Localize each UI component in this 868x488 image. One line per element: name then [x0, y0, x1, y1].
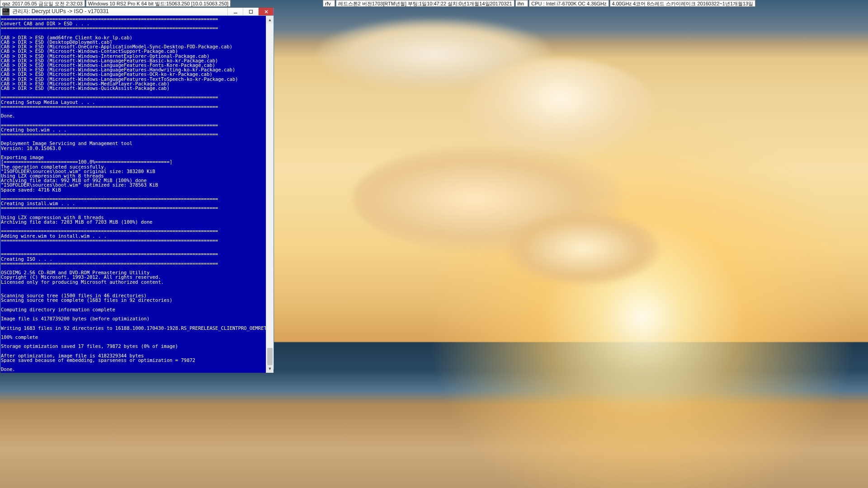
minimize-button[interactable] — [227, 8, 243, 15]
info-chip-tag-rfv: rfv — [323, 0, 335, 7]
cmd-icon — [2, 8, 9, 15]
info-chip-datetime: qaz2017.05.05 금요일 오전 2:32:03 — [0, 0, 85, 7]
close-button[interactable] — [258, 8, 274, 15]
vertical-scrollbar[interactable]: ▲ ▼ — [266, 16, 274, 373]
info-chip-tag-ihn: ihn — [515, 0, 528, 7]
console-window: 관리자: Decrypt UUPs -> ISO - v170331 =====… — [0, 8, 274, 369]
svg-rect-1 — [249, 10, 252, 13]
cloud-decor — [466, 59, 656, 158]
minimize-icon — [233, 9, 238, 14]
info-chip-boot: 레드스톤2 버전1703[RTM년월] 부팅:1일10:47:22 설치:0년1… — [336, 0, 514, 7]
info-chip-os: Windows 10 RS2 Pro K 64 bit 빌드:15063.250… — [86, 0, 231, 7]
chip-text: 레드스톤2 버전1703[RTM년월] 부팅:1일10:47:22 설치:0년1… — [338, 0, 512, 7]
info-chip-cpu: CPU : Intel i7-6700K OC 4.36GHz — [529, 0, 609, 7]
scroll-down-button[interactable]: ▼ — [266, 365, 274, 373]
chip-text: Windows 10 RS2 Pro K 64 bit 빌드:15063.250… — [88, 0, 229, 7]
client-area: ========================================… — [0, 16, 274, 373]
scroll-track[interactable] — [266, 23, 274, 365]
scroll-up-button[interactable]: ▲ — [266, 16, 274, 23]
console-output: ========================================… — [0, 16, 266, 373]
system-info-bar: qaz2017.05.05 금요일 오전 2:32:03 Windows 10 … — [0, 0, 868, 7]
maximize-button[interactable] — [243, 8, 258, 15]
scroll-thumb[interactable] — [267, 348, 273, 365]
maximize-icon — [249, 9, 253, 14]
window-buttons — [227, 8, 274, 15]
window-title: 관리자: Decrypt UUPs -> ISO - v170331 — [11, 8, 227, 15]
titlebar[interactable]: 관리자: Decrypt UUPs -> ISO - v170331 — [0, 8, 274, 16]
chip-text: 2017.05.05 금요일 오전 2:32:03 — [12, 0, 83, 7]
chip-text: CPU : Intel i7-6700K OC 4.36GHz — [531, 0, 606, 7]
cloud-decor — [506, 212, 660, 285]
chip-text: 4.00GHz 4코어 8스레드 스카이레이크 20160322~1년1개월13… — [612, 0, 754, 7]
close-icon — [264, 9, 269, 14]
info-chip-cpu2: 4.00GHz 4코어 8스레드 스카이레이크 20160322~1년1개월13… — [610, 0, 756, 7]
